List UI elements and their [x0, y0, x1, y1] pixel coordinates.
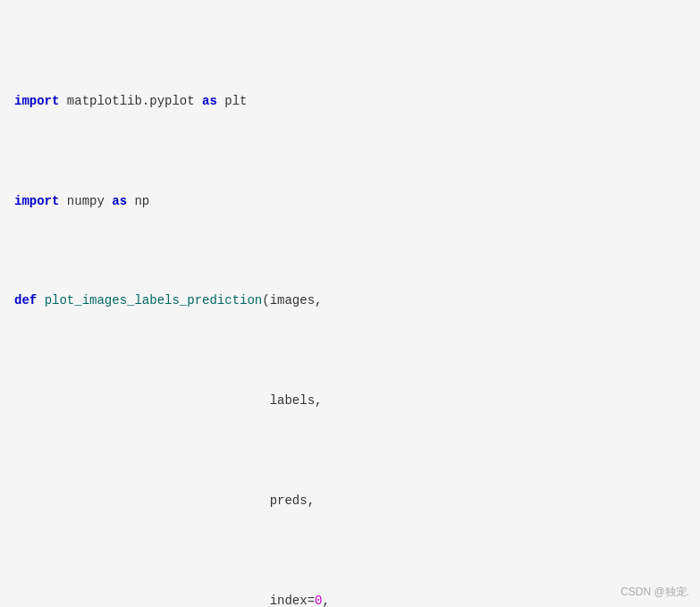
- line-5: preds,: [14, 491, 686, 510]
- keyword-as-2: as: [112, 194, 127, 208]
- code-container: import matplotlib.pyplot as plt import n…: [0, 0, 700, 607]
- watermark: CSDN @独宠.: [620, 585, 689, 600]
- line-2: import numpy as np: [14, 191, 686, 211]
- code-block: import matplotlib.pyplot as plt import n…: [14, 11, 686, 607]
- keyword-as-1: as: [202, 94, 217, 108]
- line-1: import matplotlib.pyplot as plt: [14, 91, 686, 111]
- keyword-import-2: import: [14, 194, 59, 208]
- keyword-def: def: [14, 293, 37, 308]
- function-name: plot_images_labels_prediction: [45, 293, 263, 308]
- line-6: index=0,: [14, 591, 686, 607]
- line-3: def plot_images_labels_prediction(images…: [14, 291, 686, 310]
- line-4: labels,: [14, 391, 686, 410]
- keyword-import-1: import: [14, 94, 59, 108]
